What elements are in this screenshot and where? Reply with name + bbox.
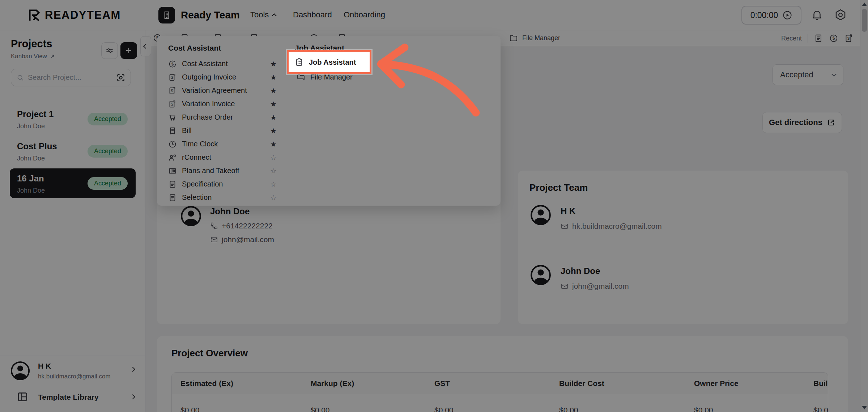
annotation-highlight-box: Job Assistant: [287, 50, 371, 74]
highlighted-menu-item-label[interactable]: Job Assistant: [309, 58, 356, 66]
clipboard-icon: [294, 57, 304, 67]
dim-overlay: [0, 0, 868, 412]
